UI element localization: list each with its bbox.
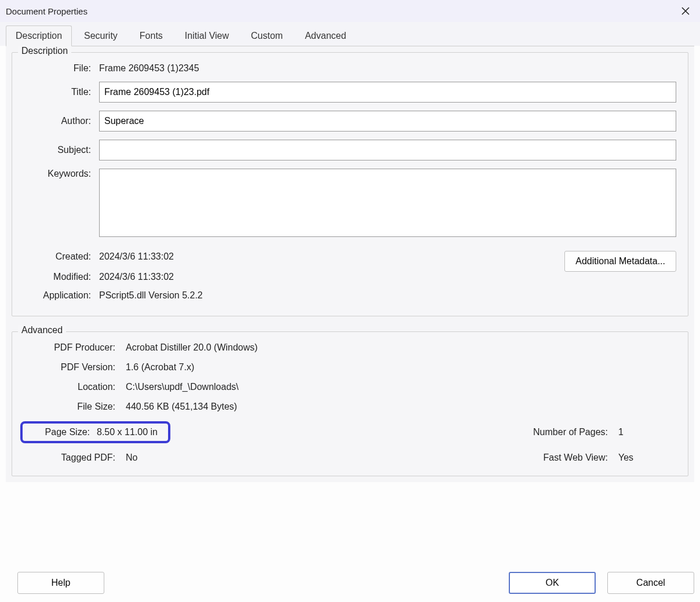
- label-page-size: Page Size:: [26, 427, 97, 437]
- value-number-of-pages: 1: [618, 427, 676, 437]
- label-keywords: Keywords:: [24, 169, 99, 179]
- label-fast-web-view: Fast Web View:: [516, 453, 615, 463]
- value-pdf-producer: Acrobat Distiller 20.0 (Windows): [126, 342, 676, 353]
- tab-advanced[interactable]: Advanced: [295, 25, 356, 46]
- label-modified: Modified:: [24, 272, 99, 282]
- title-input[interactable]: [99, 82, 676, 103]
- value-location: C:\Users\updf_\Downloads\: [126, 382, 676, 392]
- label-location: Location:: [24, 382, 122, 392]
- advanced-fieldset: Advanced PDF Producer: Acrobat Distiller…: [12, 331, 688, 476]
- value-fast-web-view: Yes: [618, 453, 676, 463]
- value-file: Frame 2609453 (1)2345: [99, 63, 676, 74]
- description-legend: Description: [18, 46, 71, 56]
- subject-input[interactable]: [99, 140, 676, 160]
- value-file-size: 440.56 KB (451,134 Bytes): [126, 402, 676, 412]
- cancel-button[interactable]: Cancel: [607, 572, 694, 594]
- label-file-size: File Size:: [24, 402, 122, 412]
- label-title: Title:: [24, 87, 99, 97]
- value-modified: 2024/3/6 11:33:02: [99, 272, 676, 282]
- label-application: Application:: [24, 290, 99, 301]
- label-pdf-version: PDF Version:: [24, 362, 122, 373]
- keywords-input[interactable]: [99, 169, 676, 237]
- window-title: Document Properties: [6, 6, 88, 16]
- value-application: PScript5.dll Version 5.2.2: [99, 290, 676, 301]
- label-subject: Subject:: [24, 145, 99, 155]
- additional-metadata-button[interactable]: Additional Metadata...: [564, 251, 676, 272]
- label-author: Author:: [24, 116, 99, 126]
- label-created: Created:: [24, 251, 99, 262]
- value-tagged-pdf: No: [126, 453, 513, 463]
- description-fieldset: Description File: Frame 2609453 (1)2345 …: [12, 52, 688, 316]
- help-button[interactable]: Help: [17, 572, 104, 594]
- close-icon[interactable]: [678, 3, 693, 19]
- tab-fonts[interactable]: Fonts: [130, 25, 173, 46]
- page-size-highlight: Page Size: 8.50 x 11.00 in: [20, 421, 170, 443]
- tab-initial-view[interactable]: Initial View: [175, 25, 239, 46]
- tab-description[interactable]: Description: [6, 25, 72, 46]
- value-page-size: 8.50 x 11.00 in: [97, 427, 158, 437]
- titlebar: Document Properties: [0, 0, 700, 22]
- value-pdf-version: 1.6 (Acrobat 7.x): [126, 362, 676, 373]
- footer: Help OK Cancel: [6, 572, 694, 594]
- tabs: Description Security Fonts Initial View …: [0, 22, 700, 46]
- tab-custom[interactable]: Custom: [241, 25, 293, 46]
- label-file: File:: [24, 63, 99, 74]
- label-pdf-producer: PDF Producer:: [24, 342, 122, 353]
- author-input[interactable]: [99, 111, 676, 132]
- advanced-legend: Advanced: [18, 325, 66, 335]
- tab-content: Description File: Frame 2609453 (1)2345 …: [6, 46, 694, 482]
- tab-security[interactable]: Security: [74, 25, 127, 46]
- value-created: 2024/3/6 11:33:02: [99, 251, 564, 262]
- label-tagged-pdf: Tagged PDF:: [24, 453, 122, 463]
- label-number-of-pages: Number of Pages:: [516, 427, 615, 437]
- ok-button[interactable]: OK: [509, 572, 596, 594]
